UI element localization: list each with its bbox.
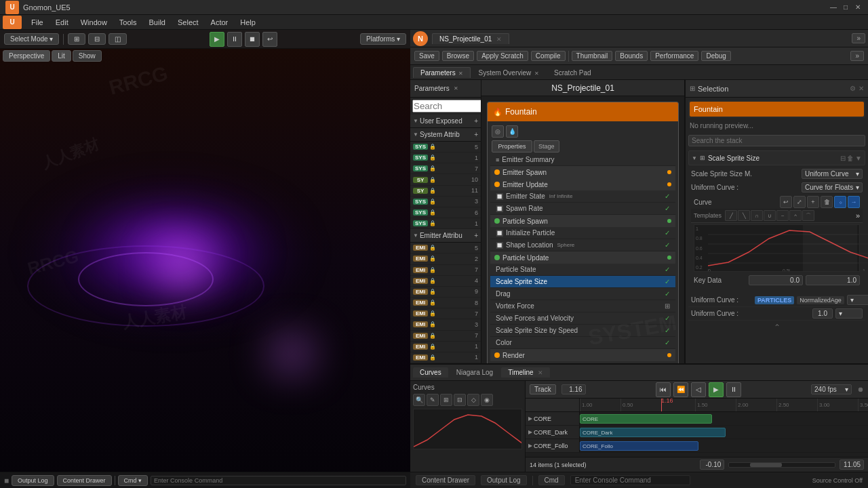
sel-close[interactable]: ✕: [859, 85, 864, 92]
save-btn[interactable]: Save: [414, 51, 439, 61]
params-search-input[interactable]: [412, 100, 481, 113]
curve-btn-3[interactable]: +: [807, 196, 819, 208]
emitter-summary-item[interactable]: ≡ Emitter Summary: [490, 154, 675, 166]
timeline-scrollbar[interactable]: [728, 462, 835, 468]
solve-forces-item[interactable]: Solve Forces and Velocity ✓: [490, 312, 675, 325]
system-attrib-group[interactable]: ▼ System Attrib +: [410, 128, 481, 142]
shape-location-item[interactable]: 🔲 Shape Location Sphere ✓: [490, 239, 675, 251]
expand-tabs-btn[interactable]: »: [852, 33, 865, 43]
core-dark-track-content[interactable]: CORE_Dark: [580, 426, 868, 439]
content-drawer-vp-btn[interactable]: Content Drawer: [57, 475, 112, 486]
add-emi-attrib[interactable]: +: [474, 232, 478, 239]
curve-btn-5[interactable]: ⬦: [834, 196, 846, 208]
close-btn[interactable]: ✕: [853, 3, 863, 12]
particle-update-hdr[interactable]: Particle Update: [490, 251, 675, 264]
scale-sprite-item[interactable]: Scale Sprite Size ✓: [490, 276, 675, 288]
compile-btn[interactable]: Compile: [531, 51, 566, 61]
debug-btn[interactable]: Debug: [701, 51, 730, 61]
scale-action-1[interactable]: ⊟: [840, 155, 846, 162]
params-close-icon[interactable]: ✕: [454, 85, 458, 92]
emitter-state-item[interactable]: 🔲 Emitter State Inf Infinite ✓: [490, 190, 675, 203]
show-btn[interactable]: Show: [73, 50, 102, 62]
uc2-dropdown[interactable]: ▾: [847, 295, 868, 305]
curve-btn-6[interactable]: →: [848, 196, 860, 208]
bounds-btn[interactable]: Bounds: [615, 51, 648, 61]
step-btn[interactable]: ⏸: [227, 32, 242, 47]
sprite-renderer-item[interactable]: ★ Sprite Renderer ✓: [490, 361, 675, 363]
maximize-btn[interactable]: □: [841, 3, 850, 12]
lit-btn[interactable]: Lit: [52, 50, 71, 62]
drag-item[interactable]: Drag ✓: [490, 288, 675, 300]
stop-btn[interactable]: ⏹: [245, 32, 260, 47]
tab-close-icon[interactable]: ✕: [496, 36, 502, 43]
menu-file[interactable]: File: [26, 17, 49, 28]
offset-val[interactable]: -0.10: [700, 460, 724, 470]
scale-by-speed-item[interactable]: Scale Sprite Size by Speed ✓: [490, 325, 675, 337]
add-user-exposed[interactable]: +: [474, 117, 478, 125]
curve-btn-1[interactable]: ↩: [780, 196, 792, 208]
tab-ns-projectile[interactable]: NS_Projectile_01 ✕: [432, 33, 509, 44]
scale-mode-dropdown[interactable]: Uniform Curve ▾: [802, 169, 863, 179]
uc3-dropdown[interactable]: ▾: [835, 308, 863, 319]
emitter-icon-btn-1[interactable]: ◎: [492, 125, 504, 138]
ct-btn-1[interactable]: 🔍: [413, 394, 425, 406]
browse-btn[interactable]: Browse: [442, 51, 474, 61]
stage-tab[interactable]: Stage: [534, 140, 559, 152]
transform-btn[interactable]: ⊞: [68, 33, 85, 45]
minimize-btn[interactable]: —: [829, 3, 838, 12]
performance-btn[interactable]: Performance: [650, 51, 698, 61]
emitter-icon-btn-2[interactable]: 💧: [506, 125, 518, 138]
tmpl-btn-4[interactable]: ∪: [764, 210, 776, 221]
thumbnail-btn[interactable]: Thumbnail: [572, 51, 613, 61]
platforms-btn[interactable]: Platforms ▾: [360, 33, 406, 45]
core-follo-track-content[interactable]: CORE_Follo: [580, 439, 868, 452]
core-track-content[interactable]: CORE: [580, 412, 868, 425]
key-y-val[interactable]: 1.0: [806, 275, 860, 285]
tmpl-btn-7[interactable]: ⌒: [802, 210, 814, 221]
grid-btn[interactable]: ⊟: [88, 33, 106, 45]
sel-settings[interactable]: ⚙: [850, 85, 856, 92]
scale-section-hdr[interactable]: ▼ ⊞ Scale Sprite Size ⊟ 🗑 ▼: [688, 150, 865, 165]
vortex-item[interactable]: Vortex Force ⊞: [490, 300, 675, 312]
loop-btn[interactable]: ↩: [262, 32, 277, 47]
init-particle-item[interactable]: 🔲 Initialize Particle ✓: [490, 227, 675, 239]
menu-build[interactable]: Build: [144, 17, 171, 28]
console-input-status[interactable]: [570, 475, 691, 485]
tl-play-btn[interactable]: ▶: [709, 382, 724, 397]
content-drawer-btn[interactable]: Content Drawer: [416, 475, 475, 485]
tl-pause-btn[interactable]: ⏸: [726, 382, 741, 397]
tmpl-btn-1[interactable]: ╱: [725, 210, 737, 221]
fps-dropdown[interactable]: 240 fps ▾: [811, 384, 852, 394]
menu-tools[interactable]: Tools: [114, 17, 142, 28]
timeline-close-btn[interactable]: ✕: [538, 369, 543, 376]
emitter-spawn-hdr[interactable]: Emitter Spawn: [490, 166, 675, 178]
more-btn[interactable]: »: [850, 51, 864, 61]
emitter-header[interactable]: 🔥 Fountain: [488, 102, 678, 121]
console-input-vp[interactable]: [151, 476, 406, 485]
scale-action-3[interactable]: ▼: [855, 155, 862, 162]
core-follo-block[interactable]: CORE_Follo: [580, 441, 698, 451]
ct-btn-4[interactable]: ⊟: [454, 394, 466, 406]
tl-prev-btn[interactable]: ⏮: [656, 382, 671, 397]
tmpl-btn-5[interactable]: ~: [776, 210, 789, 221]
menu-help[interactable]: Help: [235, 17, 261, 28]
tmpl-btn-6[interactable]: ^: [789, 210, 802, 221]
ct-btn-6[interactable]: ◉: [481, 394, 493, 406]
menu-edit[interactable]: Edit: [50, 17, 74, 28]
record-btn[interactable]: ⏺: [857, 386, 864, 393]
output-log-btn[interactable]: Output Log: [12, 475, 54, 486]
stack-search-input[interactable]: [688, 135, 865, 146]
tab-scratch-pad[interactable]: Scratch Pad: [547, 67, 598, 78]
output-log-status-btn[interactable]: Output Log: [481, 475, 526, 485]
spawn-rate-item[interactable]: 🔲 Spawn Rate ✓: [490, 203, 675, 215]
color-item[interactable]: Color ✓: [490, 337, 675, 349]
ct-btn-3[interactable]: ⊞: [440, 394, 452, 406]
tab-parameters[interactable]: Parameters ✕: [413, 67, 471, 78]
uniform-curve-dropdown[interactable]: Curve for Floats ▾: [802, 182, 863, 192]
user-exposed-group[interactable]: ▼ User Exposed +: [410, 115, 481, 128]
add-sys-attrib[interactable]: +: [474, 131, 478, 138]
tab-system-overview[interactable]: System Overview ✕: [471, 67, 547, 78]
cmd-btn[interactable]: Cmd: [538, 475, 565, 485]
stack-bottom-arrow[interactable]: ⌃: [688, 321, 865, 334]
play-btn[interactable]: ▶: [210, 32, 224, 47]
